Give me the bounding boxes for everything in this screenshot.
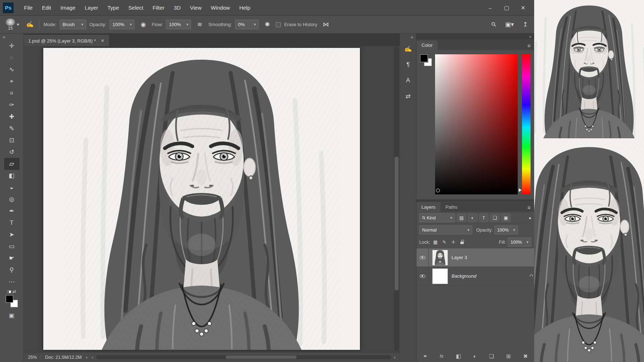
erase-to-history-checkbox[interactable] <box>276 22 281 27</box>
document-tab[interactable]: 1.psd @ 25% (Layer 3, RGB/8) * ✕ <box>24 35 109 46</box>
tab-layers[interactable]: Layers <box>416 202 440 212</box>
layer-row-layer3[interactable]: Layer 3 <box>416 248 534 267</box>
filter-adjustment-layers-icon[interactable]: ◐ <box>468 214 477 222</box>
default-colors-icon[interactable] <box>9 291 11 293</box>
horizontal-scrollbar[interactable] <box>96 355 391 359</box>
blur-tool[interactable]: ◒ <box>4 182 19 193</box>
rectangle-tool[interactable]: ▭ <box>4 240 19 252</box>
paragraph-panel-icon[interactable]: ¶ <box>402 58 414 71</box>
menu-window[interactable]: Window <box>206 2 234 13</box>
mode-dropdown[interactable]: Brush ▾ <box>60 20 86 29</box>
scroll-left-icon[interactable]: ‹ <box>92 355 93 360</box>
path-selection-tool[interactable]: ➤ <box>4 229 19 240</box>
panel-menu-icon[interactable]: ≡ <box>527 43 534 50</box>
flow-dropdown[interactable]: 100% ▾ <box>166 20 191 29</box>
minimize-button[interactable]: – <box>482 2 498 14</box>
menu-view[interactable]: View <box>185 2 206 13</box>
lock-position-icon[interactable]: ✛ <box>450 239 457 246</box>
fill-dropdown[interactable]: 100% ▾ <box>508 238 531 247</box>
color-field-cursor[interactable] <box>436 189 440 192</box>
adjustment-layer-icon[interactable]: ◐ <box>473 353 477 359</box>
menu-image[interactable]: Image <box>56 2 80 13</box>
layers-opacity-dropdown[interactable]: 100% ▾ <box>494 225 518 234</box>
filter-kind-dropdown[interactable]: ⚲ Kind ▾ <box>419 213 455 222</box>
timeline-panel-icon[interactable]: ⇄ <box>402 90 414 103</box>
menu-layer[interactable]: Layer <box>80 2 103 13</box>
clone-stamp-tool[interactable]: ⊡ <box>4 134 19 146</box>
layer-visibility-toggle[interactable] <box>416 248 429 267</box>
toolbar-collapse-icon[interactable]: » <box>0 34 8 40</box>
brush-settings-panel-icon[interactable]: ✍ <box>402 43 414 55</box>
lasso-tool[interactable]: ∿ <box>4 64 19 75</box>
menu-select[interactable]: Select <box>124 2 148 13</box>
horizontal-scrollbar-thumb[interactable] <box>226 356 297 359</box>
smoothing-dropdown[interactable]: 0% ▾ <box>235 20 259 29</box>
vertical-scrollbar-thumb[interactable] <box>395 157 399 291</box>
layer-name[interactable]: Layer 3 <box>452 255 467 260</box>
arrange-workspaces-icon[interactable]: ▣▾ <box>504 20 515 30</box>
pen-tool[interactable]: ✒ <box>4 205 19 217</box>
layer-thumbnail[interactable] <box>432 250 448 266</box>
expand-panels-icon[interactable]: « <box>411 35 416 40</box>
filter-pixel-layers-icon[interactable]: ▨ <box>457 214 466 222</box>
character-panel-icon[interactable]: A <box>402 74 414 87</box>
airbrush-icon[interactable]: ≋ <box>194 20 205 30</box>
object-selection-tool[interactable]: ⌖ <box>4 75 19 87</box>
toggle-brush-settings-icon[interactable]: ✍ <box>25 20 35 30</box>
panel-menu-icon[interactable]: ≡ <box>527 204 534 212</box>
lock-all-icon[interactable] <box>459 239 466 246</box>
menu-type[interactable]: Type <box>103 2 124 13</box>
menu-filter[interactable]: Filter <box>148 2 169 13</box>
layer-visibility-toggle[interactable] <box>416 267 429 285</box>
layer-name[interactable]: Background <box>452 273 476 279</box>
quick-mask-icon[interactable]: ▣ <box>9 312 14 319</box>
lock-image-pixels-icon[interactable]: ✎ <box>441 239 448 246</box>
move-tool[interactable]: ✛ <box>4 40 19 52</box>
eraser-tool[interactable]: ▱ <box>4 158 19 170</box>
gear-icon[interactable]: ✺ <box>262 20 273 30</box>
lock-transparent-pixels-icon[interactable]: ▦ <box>432 239 439 246</box>
crop-tool[interactable]: ⌗ <box>4 87 19 99</box>
menu-3d[interactable]: 3D <box>169 2 185 13</box>
menu-edit[interactable]: Edit <box>37 2 56 13</box>
gradient-tool[interactable]: ◧ <box>4 170 19 182</box>
type-tool[interactable]: T <box>4 217 19 229</box>
maximize-button[interactable]: ▢ <box>498 2 515 14</box>
blend-mode-dropdown[interactable]: Normal ▾ <box>419 225 472 234</box>
elliptical-marquee-tool[interactable]: ◌ <box>4 52 19 64</box>
dodge-tool[interactable]: ◎ <box>4 193 19 205</box>
brush-preset-picker[interactable]: 15 ▾ <box>4 18 21 31</box>
menu-help[interactable]: Help <box>235 2 255 13</box>
tab-color[interactable]: Color <box>416 40 438 50</box>
scroll-right-icon[interactable]: › <box>394 355 395 360</box>
healing-brush-tool[interactable]: ✚ <box>4 111 19 123</box>
history-brush-tool[interactable]: ↺ <box>4 146 19 158</box>
close-button[interactable]: ✕ <box>515 2 531 14</box>
filter-toggle-icon[interactable]: ● <box>529 215 531 220</box>
link-layers-icon[interactable]: ⚭ <box>423 353 428 359</box>
eyedropper-tool[interactable]: ✑ <box>4 99 19 111</box>
layer-style-icon[interactable]: fx <box>440 353 443 359</box>
saturation-brightness-field[interactable] <box>435 54 518 194</box>
zoom-tool[interactable]: ⚲ <box>4 264 19 276</box>
swap-colors-icon[interactable]: ⇄ <box>13 289 16 294</box>
filter-type-layers-icon[interactable]: T <box>479 214 488 222</box>
opacity-dropdown[interactable]: 100% ▾ <box>109 20 135 29</box>
filter-group-layers-icon[interactable]: ❏ <box>490 214 499 222</box>
close-tab-icon[interactable]: ✕ <box>101 38 104 43</box>
vertical-scrollbar[interactable] <box>394 47 399 351</box>
symmetry-icon[interactable]: ⋈ <box>321 20 331 30</box>
search-icon[interactable]: ⚲ <box>488 20 499 30</box>
hue-slider-marker[interactable] <box>519 188 522 192</box>
status-chevron-icon[interactable]: › <box>86 355 87 360</box>
share-icon[interactable]: ↥ <box>520 20 531 30</box>
foreground-color-swatch[interactable] <box>420 54 428 62</box>
zoom-level[interactable]: 25% <box>28 355 41 360</box>
layer-thumbnail[interactable] <box>432 268 448 284</box>
new-layer-icon[interactable]: ⊞ <box>506 353 511 359</box>
canvas[interactable] <box>43 48 360 350</box>
menu-file[interactable]: File <box>19 2 37 13</box>
brush-tool[interactable]: ✎ <box>4 123 19 134</box>
filter-smart-object-icon[interactable]: ▣ <box>501 214 511 222</box>
hand-tool[interactable]: ☛ <box>4 252 19 264</box>
